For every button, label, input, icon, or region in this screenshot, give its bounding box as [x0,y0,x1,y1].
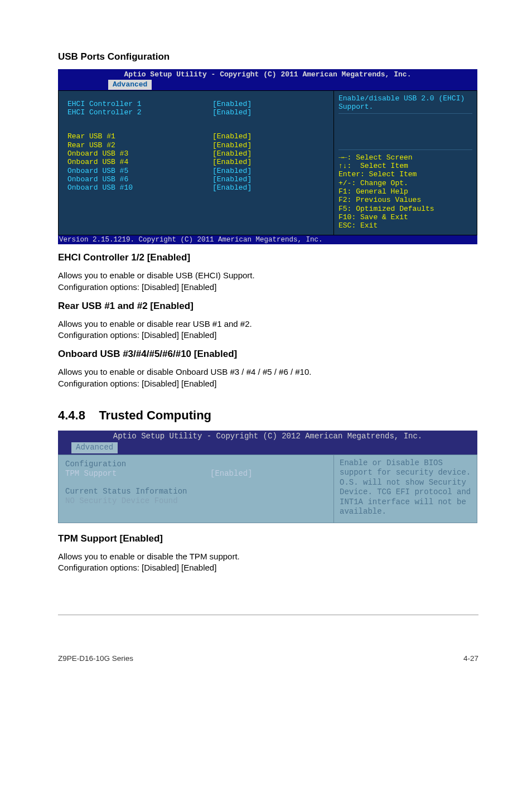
text: Allows you to enable or disable USB (EHC… [58,270,255,280]
bios-right-panel: Enable/disable USB 2.0 (EHCI) Support. →… [333,90,477,235]
bios2-line: Configuration [65,460,327,470]
paragraph: Allows you to enable or disable Onboard … [58,366,478,389]
bios-item-value: [Enabled] [212,108,252,117]
bios-item-label: Onboard USB #6 [67,175,212,183]
bios-item-value: [Enabled] [212,100,252,108]
bios-help-text: Enable/disable USB 2.0 (EHCI) Support. [338,94,472,114]
heading-onboard: Onboard USB #3/#4/#5/#6/#10 [Enabled] [58,349,478,360]
bios2-tab-advanced: Advanced [71,442,118,453]
bios-item-label: Onboard USB #5 [67,167,212,175]
bios-screenshot-tpm: Aptio Setup Utility - Copyright (C) 2012… [58,431,477,523]
text: Configuration options: [Disabled] [Enabl… [58,330,216,340]
bios-title: Aptio Setup Utility - Copyright (C) 2011… [58,69,477,80]
bios-item-label: Onboard USB #10 [67,183,212,192]
bios-item-value: [Enabled] [212,141,252,149]
page-footer: Z9PE-D16-10G Series 4-27 [0,615,532,673]
heading-trusted: 4.4.8 Trusted Computing [58,408,478,423]
heading-tpm: TPM Support [Enabled] [58,533,478,544]
section-heading-usb: USB Ports Configuration [58,51,478,62]
text: Allows you to enable or disable the TPM … [58,552,240,561]
bios-left-panel: EHCI Controller 1[Enabled] EHCI Controll… [58,90,333,235]
bios-screenshot-usb: Aptio Setup Utility - Copyright (C) 2011… [58,69,477,244]
bios-item-value: [Enabled] [212,167,252,175]
bios-item-value: [Enabled] [212,183,252,192]
text: Allows you to enable or disable rear USB… [58,319,252,328]
bios-item-label: Rear USB #1 [67,132,212,141]
section-title: Trusted Computing [99,408,211,422]
bios2-item-label: TPM Support [65,469,210,479]
text: Configuration options: [Disabled] [Enabl… [58,379,216,388]
bios-item-value: [Enabled] [212,132,252,141]
bios-item-label: EHCI Controller 2 [67,108,212,117]
bios-item-label: Rear USB #2 [67,141,212,149]
bios2-title: Aptio Setup Utility - Copyright (C) 2012… [58,431,477,443]
section-number: 4.4.8 [58,408,85,422]
bios-item-value: [Enabled] [212,149,252,158]
bios2-right-panel: Enable or Disable BIOS support for secur… [333,455,477,523]
paragraph: Allows you to enable or disable USB (EHC… [58,270,478,293]
bios-item-label: Onboard USB #3 [67,149,212,158]
bios-item-value: [Enabled] [212,175,252,183]
paragraph: Allows you to enable or disable the TPM … [58,551,478,574]
footer-left: Z9PE-D16-10G Series [58,654,133,663]
text: Configuration options: [Disabled] [Enabl… [58,282,216,292]
bios2-line: Current Status Information [65,487,327,497]
bios2-item-value: [Enabled] [210,469,253,479]
heading-rear: Rear USB #1 and #2 [Enabled] [58,301,478,312]
footer-right: 4-27 [463,654,478,663]
text: Configuration options: [Disabled] [Enabl… [58,563,216,572]
bios-tab-advanced: Advanced [108,80,152,89]
bios-nav-hints: →←: Select Screen ↑↓: Select Item Enter:… [338,149,472,230]
bios2-line: NO Security Device Found [65,496,327,506]
text: Allows you to enable or disable Onboard … [58,367,311,376]
bios-item-label: EHCI Controller 1 [67,100,212,108]
bios2-tab-row: Advanced [58,442,477,455]
bios-tab-row: Advanced [58,80,477,90]
bios-item-value: [Enabled] [212,158,252,166]
paragraph: Allows you to enable or disable rear USB… [58,318,478,341]
bios-footer: Version 2.15.1219. Copyright (C) 2011 Am… [58,235,477,245]
bios-item-label: Onboard USB #4 [67,158,212,166]
bios2-left-panel: Configuration TPM Support [Enabled] Curr… [58,455,333,523]
heading-ehci: EHCI Controller 1/2 [Enabled] [58,252,478,263]
